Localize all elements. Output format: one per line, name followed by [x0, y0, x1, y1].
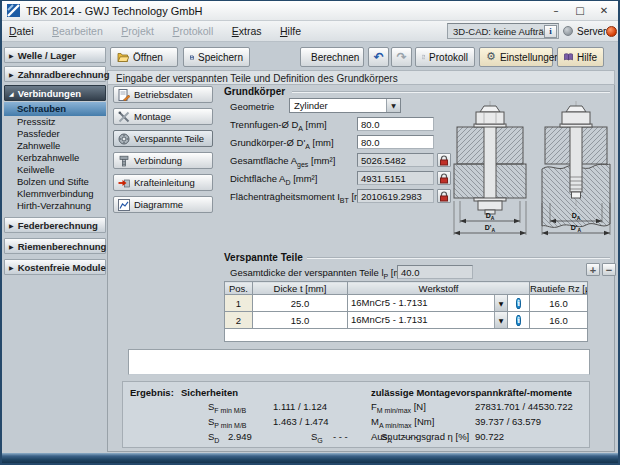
cad-status-led: [563, 26, 573, 36]
server-status-led: [606, 26, 617, 37]
sidebar-section-zahnradberechnung[interactable]: ▶ Zahnradberechnung: [4, 66, 106, 82]
ma-value: 39.737 / 63.579: [475, 416, 541, 427]
nav-krafteinleitung-button[interactable]: Krafteinleitung: [113, 174, 213, 191]
gesamtdicke-label: Gesamtdicke der verspannten Teile lP [mm…: [230, 267, 412, 280]
remove-row-button[interactable]: −: [602, 263, 616, 276]
rautiefe-cell[interactable]: 16.0: [530, 312, 588, 329]
collapsed-arrow-icon: ▶: [9, 71, 14, 78]
sg-label: SG: [311, 431, 323, 444]
sidebar-item-hirth-verzahnung[interactable]: Hirth-Verzahnung: [4, 200, 106, 212]
trennfugen-input[interactable]: 80.0: [357, 117, 434, 131]
info-icon[interactable]: i: [516, 298, 520, 309]
werkstoff-cell[interactable]: 16MnCr5 - 1.7131 ▼: [348, 295, 508, 312]
sidebar-section-federberechnung[interactable]: ▶ Federberechnung: [4, 217, 106, 233]
sidebar-item-klemmverbindung[interactable]: Klemmverbindung: [4, 188, 106, 200]
eta-label: Ausnutzungsgrad η [%]: [371, 431, 469, 442]
table-row: 2 15.0 16MnCr5 - 1.7131 ▼ i 16.0: [225, 312, 588, 329]
nav-label: Verbindung: [134, 155, 182, 166]
minimize-button[interactable]: –: [544, 1, 568, 20]
section-label: Verbindungen: [18, 88, 81, 99]
collapsed-arrow-icon: ▶: [9, 243, 14, 250]
assembly-heading: zulässige Montagevorspannkräfte/-momente: [371, 387, 572, 398]
grundkoerper-divider: [292, 91, 610, 93]
redo-icon: ↷: [396, 51, 406, 63]
werkstoff-value: 16MnCr5 - 1.7131: [348, 295, 494, 311]
dicke-cell[interactable]: 15.0: [253, 312, 348, 329]
sidebar-item-passfeder[interactable]: Passfeder: [4, 128, 106, 140]
close-button[interactable]: ✕: [592, 1, 616, 20]
gesamtflaeche-output: 5026.5482: [357, 153, 434, 167]
eta-value: 90.722: [475, 431, 504, 442]
open-button[interactable]: Öffnen: [110, 47, 178, 67]
app-icon: [7, 4, 20, 17]
clamped-parts-table: Pos. Dicke t [mm] Werkstoff Rautiefe Rz …: [224, 281, 588, 342]
sidebar-section-riemenberechnung[interactable]: ▶ Riemenberechnung: [4, 238, 106, 254]
collapsed-arrow-icon: ▶: [9, 52, 14, 59]
sp-value: 1.463 / 1.474: [273, 416, 328, 427]
table-header-row: Pos. Dicke t [mm] Werkstoff Rautiefe Rz …: [225, 282, 588, 295]
sidebar-section-welle-lager[interactable]: ▶ Welle / Lager: [4, 47, 106, 63]
sidebar-item-bolzen-und-stifte[interactable]: Bolzen und Stifte: [4, 176, 106, 188]
geometrie-select[interactable]: Zylinder ▼: [289, 98, 401, 113]
werkstoff-info-cell[interactable]: i: [508, 295, 530, 312]
trennfugen-label: Trennfugen-Ø DA [mm]: [230, 119, 327, 132]
protocol-button[interactable]: Protokoll: [415, 47, 475, 67]
help-book-icon: [564, 52, 573, 62]
collapsed-arrow-icon: ▶: [9, 264, 14, 271]
help-label: Hilfe: [577, 52, 597, 63]
table-row: 1 25.0 16MnCr5 - 1.7131 ▼ i 16.0: [225, 295, 588, 312]
app-window: TBK 2014 - GWJ Technology GmbH – □ ✕ Dat…: [0, 0, 620, 465]
status-info-line: Eingabe der verspannten Teile und Defini…: [107, 70, 615, 85]
menu-extras[interactable]: Extras: [225, 21, 269, 37]
chevron-down-icon[interactable]: ▼: [386, 99, 400, 112]
table-empty-row: [225, 329, 588, 342]
nav-diagramme-button[interactable]: Diagramme: [113, 196, 213, 213]
menu-datei[interactable]: Datei: [2, 21, 41, 37]
werkstoff-cell[interactable]: 16MnCr5 - 1.7131 ▼: [348, 312, 508, 329]
maximize-button[interactable]: □: [568, 1, 592, 20]
rautiefe-cell[interactable]: 16.0: [530, 295, 588, 312]
undo-button[interactable]: ↶: [368, 47, 389, 67]
flaechentraegheitsmoment-output: 2010619.2983: [357, 189, 434, 203]
help-button[interactable]: Hilfe: [557, 47, 604, 67]
sidebar-item-kerbzahnwelle[interactable]: Kerbzahnwelle: [4, 152, 106, 164]
settings-button[interactable]: ⚙ Einstellungen: [479, 47, 553, 67]
sidebar-section-verbindungen[interactable]: ◢ Verbindungen: [4, 85, 106, 101]
gear-icon: ⚙: [486, 51, 496, 63]
nav-verbindung-button[interactable]: Verbindung: [113, 152, 213, 169]
col-header-pos: Pos.: [225, 282, 253, 295]
dichtflaeche-label: Dichtfläche AD [mm²]: [230, 173, 317, 186]
nav-montage-button[interactable]: Montage: [113, 108, 213, 125]
sidebar-item-schrauben[interactable]: Schrauben: [4, 102, 106, 116]
nav-label: Krafteinleitung: [134, 177, 195, 188]
sidebar-item-keilwelle[interactable]: Keilwelle: [4, 164, 106, 176]
save-button[interactable]: Speichern: [183, 47, 250, 67]
menu-bar: Datei Bearbeiten Projekt Protokoll Extra…: [2, 21, 618, 42]
menu-hilfe[interactable]: Hilfe: [273, 21, 308, 37]
dicke-cell[interactable]: 25.0: [253, 295, 348, 312]
grundkoerper-d-input[interactable]: 80.0: [357, 135, 434, 149]
save-label: Speichern: [198, 52, 243, 63]
calculate-button[interactable]: Berechnen: [300, 47, 364, 67]
nav-verspannte-teile-button[interactable]: Verspannte Teile: [113, 130, 213, 147]
operating-data-icon: [118, 89, 130, 101]
window-title: TBK 2014 - GWJ Technology GmbH: [26, 5, 202, 17]
sidebar-item-zahnwelle[interactable]: Zahnwelle: [4, 140, 106, 152]
fm-value: 27831.701 / 44530.722: [475, 401, 573, 412]
row-pos: 1: [225, 295, 253, 312]
nav-betriebsdaten-button[interactable]: Betriebsdaten: [113, 86, 213, 103]
settings-label: Einstellungen: [500, 52, 560, 63]
sidebar-section-kostenfreie-module[interactable]: ▶ Kostenfreie Module: [4, 259, 106, 275]
chevron-down-icon[interactable]: ▼: [494, 312, 507, 328]
svg-text:D'A: D'A: [485, 224, 496, 233]
sidebar-item-presssitz[interactable]: Presssitz: [4, 116, 106, 128]
col-header-werkstoff: Werkstoff: [348, 282, 530, 295]
info-icon[interactable]: i: [516, 315, 520, 326]
werkstoff-info-cell[interactable]: i: [508, 312, 530, 329]
results-label: Ergebnis:: [130, 387, 174, 398]
geometrie-label: Geometrie: [230, 101, 274, 112]
chevron-down-icon[interactable]: ▼: [494, 295, 507, 311]
cad-info-button[interactable]: i: [544, 25, 557, 38]
add-row-button[interactable]: +: [586, 263, 600, 276]
cad-status-box: 3D-CAD: keine Aufträge: [447, 23, 559, 39]
